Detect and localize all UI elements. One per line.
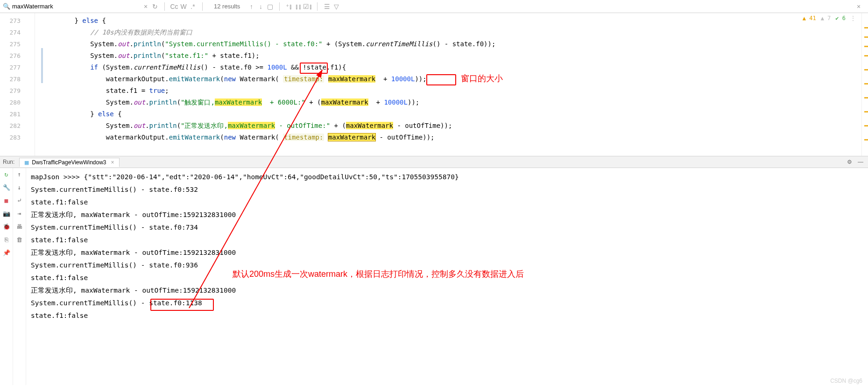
ok-icon[interactable]: ✔ 6 [835, 15, 846, 21]
open-in-window-icon[interactable]: ▢ [265, 3, 275, 10]
warning-strong-icon[interactable]: ▲ 41 [803, 15, 816, 21]
scroll-end-icon[interactable]: ⇥ [16, 210, 23, 218]
trash-icon[interactable]: 🗑 [16, 236, 23, 244]
select-all-icon[interactable]: ⫿⫿ [294, 3, 303, 10]
console-line: 正常发送水印, maxWatermark - outOfTime:1592132… [31, 209, 863, 221]
console-line: state.f1:false [31, 234, 863, 246]
highlight-all-icon[interactable]: ☑⫿ [303, 3, 312, 10]
more-icon[interactable]: ⋮ [850, 15, 856, 21]
clear-icon[interactable]: × [141, 3, 150, 10]
exit-icon[interactable]: ⎘ [3, 236, 10, 244]
run-label: Run: [3, 159, 14, 165]
console-line: 正常发送水印, maxWatermark - outOfTime:1592132… [31, 246, 863, 259]
down-icon[interactable]: ↓ [16, 184, 23, 191]
console-line: System.currentTimeMillis() - state.f0:11… [31, 297, 863, 309]
up-icon[interactable]: ↑ [16, 171, 23, 178]
print-icon[interactable]: 🖶 [16, 223, 23, 231]
console-line: mapJson >>>> {"stt":"2020-06-14","edt":"… [31, 171, 863, 183]
run-toolbar-nav: ↑ ↓ ⤶ ⇥ 🖶 🗑 [13, 168, 26, 385]
camera-icon[interactable]: 📷 [3, 210, 10, 218]
history-icon[interactable]: ↻ [150, 3, 160, 10]
annotation-label-window-size: 窗口的大小 [461, 73, 503, 84]
run-tab-title: DwsTrafficPageViewWindow3 [32, 159, 106, 166]
console-line: state.f1:false [31, 196, 863, 209]
debug-icon[interactable]: 🐞 [3, 223, 10, 231]
console-output[interactable]: mapJson >>>> {"stt":"2020-06-14","edt":"… [26, 168, 868, 385]
match-case-icon[interactable]: Cc [169, 3, 179, 10]
soft-wrap-icon[interactable]: ⤶ [16, 197, 23, 204]
code-area[interactable]: } else { // 10s内没有数据则关闭当前窗口 System.out.p… [43, 13, 868, 156]
console-line: System.currentTimeMillis() - state.f0:53… [31, 183, 863, 196]
code-editor[interactable]: 273 274 275 276 277 278 279 280 281 282 … [0, 13, 868, 156]
gear-icon[interactable]: ⚙ [847, 159, 852, 165]
editor-status: ▲ 41 ▲ 7 ✔ 6 ⋮ [803, 15, 856, 21]
add-selection-icon[interactable]: ⁺⫿ [284, 3, 294, 10]
prev-match-icon[interactable]: ↑ [247, 3, 256, 10]
run-panel-header: Run: ▦ DwsTrafficPageViewWindow3 × ⚙ — [0, 156, 868, 168]
regex-icon[interactable]: .* [188, 3, 198, 10]
console-line: 正常发送水印, maxWatermark - outOfTime:1592132… [31, 284, 863, 297]
next-match-icon[interactable]: ↓ [256, 3, 265, 10]
settings-icon[interactable]: ☰ [322, 3, 332, 10]
run-toolbar-left: ↻ 🔧 ■ 📷 🐞 ⎘ 📌 [0, 168, 13, 385]
run-tab-icon: ▦ [24, 160, 29, 166]
filter-icon[interactable]: ▽ [332, 3, 341, 10]
hide-panel-icon[interactable]: — [858, 159, 863, 165]
wrench-icon[interactable]: 🔧 [3, 184, 10, 191]
minimap[interactable] [861, 13, 868, 156]
console-line: state.f1:false [31, 309, 863, 322]
annotation-watermark-text: 默认200ms生成一次watermark，根据日志打印情况，控制多久没有数据进入… [233, 268, 524, 281]
console-line: System.currentTimeMillis() - state.f0:73… [31, 221, 863, 234]
csdn-watermark: CSDN @cg6 [830, 378, 862, 384]
results-count: 12 results [214, 3, 240, 10]
find-bar: 🔍 × ↻ Cc W .* 12 results ↑ ↓ ▢ ⁺⫿ ⫿⫿ ☑⫿ … [0, 0, 868, 13]
stop-icon[interactable]: ■ [3, 197, 10, 204]
words-icon[interactable]: W [179, 3, 188, 10]
run-panel: ↻ 🔧 ■ 📷 🐞 ⎘ 📌 ↑ ↓ ⤶ ⇥ 🖶 🗑 mapJson >>>> {… [0, 168, 868, 385]
search-icon: 🔍 [3, 3, 10, 10]
run-tab[interactable]: ▦ DwsTrafficPageViewWindow3 × [19, 158, 119, 167]
fold-column[interactable] [35, 13, 41, 156]
close-find-icon[interactable]: × [854, 3, 863, 10]
search-input[interactable] [10, 2, 141, 11]
pin-icon[interactable]: 📌 [3, 249, 10, 257]
rerun-icon[interactable]: ↻ [3, 171, 10, 178]
line-gutter: 273 274 275 276 277 278 279 280 281 282 … [0, 13, 35, 156]
close-tab-icon[interactable]: × [111, 159, 114, 166]
warning-weak-icon[interactable]: ▲ 7 [821, 15, 831, 21]
